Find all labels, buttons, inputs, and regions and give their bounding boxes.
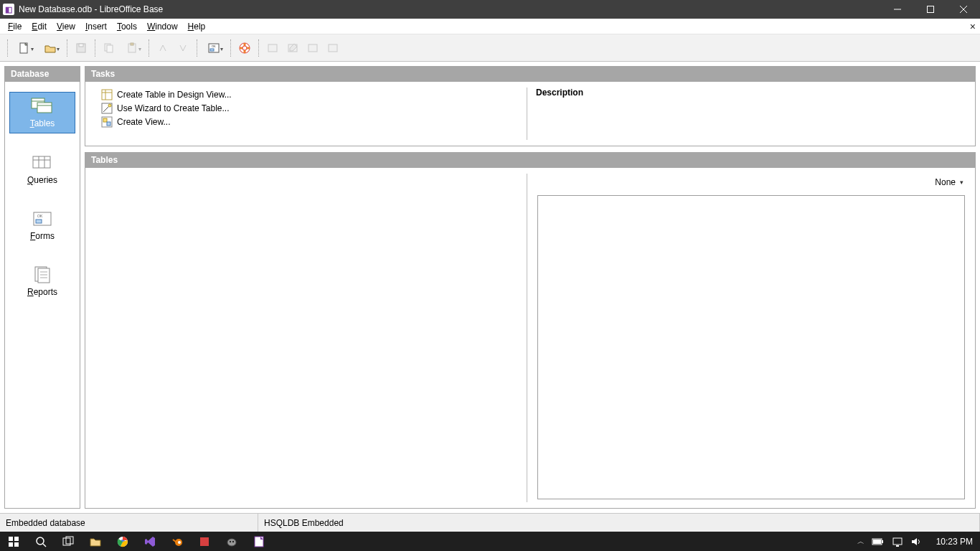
table-rename-button[interactable] [324,39,342,57]
svg-rect-57 [255,537,263,547]
svg-text:OK: OK [37,214,43,218]
menu-insert[interactable]: Insert [80,20,112,33]
menubar: File Edit View Insert Tools Window Help … [0,19,980,34]
tables-preview-area: None [527,168,975,508]
svg-text:OK: OK [212,44,216,48]
menu-window[interactable]: Window [142,20,183,33]
svg-point-56 [232,540,234,542]
svg-rect-15 [308,44,317,52]
app-icon-1[interactable] [191,532,218,551]
database-item-label: Tables [30,118,55,128]
titlebar: ◧ New Database.odb - LibreOffice Base [0,0,980,19]
database-item-reports[interactable]: Reports [9,261,75,301]
svg-rect-5 [107,45,113,52]
svg-point-45 [37,537,44,545]
task-label: Use Wizard to Create Table... [117,103,230,113]
sort-desc-button[interactable] [174,39,192,57]
menu-tools[interactable]: Tools [112,20,142,33]
menu-help[interactable]: Help [183,20,211,33]
copy-button[interactable] [100,39,118,57]
menu-view[interactable]: View [52,20,80,33]
svg-line-46 [43,544,46,547]
svg-rect-43 [9,542,13,547]
tray-chevron-icon[interactable]: ︿ [857,537,864,547]
tasks-panel: Tasks Create Table in Design View... Use… [85,66,976,146]
search-icon[interactable] [27,532,55,551]
preview-mode-dropdown[interactable]: None [933,176,965,188]
menu-edit[interactable]: Edit [27,20,52,33]
svg-rect-3 [79,44,83,47]
file-explorer-icon[interactable] [82,532,109,551]
task-label: Create View... [117,117,170,127]
table-delete-button[interactable] [303,39,322,57]
tasks-list: Create Table in Design View... Use Wizar… [85,82,527,146]
svg-rect-29 [38,268,50,283]
volume-icon[interactable] [910,537,922,547]
right-column: Tasks Create Table in Design View... Use… [85,66,976,509]
task-label: Create Table in Design View... [117,90,232,100]
svg-point-55 [230,540,231,542]
svg-rect-21 [33,156,50,168]
task-use-wizard[interactable]: Use Wizard to Create Table... [101,103,519,114]
svg-rect-60 [873,540,881,544]
taskbar-clock[interactable]: 10:23 PM [929,537,980,547]
svg-rect-0 [928,6,934,13]
open-button[interactable] [38,39,62,57]
table-edit-button[interactable] [283,39,302,57]
svg-point-12 [242,46,247,50]
svg-point-37 [108,104,111,107]
chrome-icon[interactable] [109,532,136,551]
help-button[interactable] [235,39,254,57]
database-panel: Database Tables Queries OK Forms [4,66,80,509]
tables-panel-header: Tables [85,152,976,168]
task-create-view[interactable]: Create View... [101,116,519,128]
task-create-table-design[interactable]: Create Table in Design View... [101,89,519,100]
form-button[interactable]: OK [202,39,226,57]
svg-rect-18 [37,103,52,113]
forms-icon: OK [30,209,55,228]
menu-file[interactable]: File [3,20,27,33]
database-item-forms[interactable]: OK Forms [9,205,75,245]
system-tray[interactable]: ︿ [850,537,929,547]
network-icon[interactable] [892,537,903,547]
table-new-button[interactable] [263,39,282,57]
paste-button[interactable] [120,39,144,57]
new-button[interactable] [12,39,37,57]
svg-rect-13 [268,44,277,52]
tables-list-area[interactable] [85,168,527,508]
database-item-label: Queries [27,175,57,185]
svg-rect-7 [131,43,133,45]
svg-rect-53 [200,537,209,546]
tables-icon [30,97,55,116]
app-icon: ◧ [3,4,14,15]
database-item-queries[interactable]: Queries [9,149,75,189]
description-header: Description [536,88,966,98]
task-view-icon[interactable] [55,532,82,551]
window-title: New Database.odb - LibreOffice Base [19,4,163,14]
visual-studio-icon[interactable] [136,532,164,551]
database-item-label: Forms [30,231,55,241]
maximize-button[interactable] [914,0,947,19]
svg-rect-41 [9,537,13,541]
close-button[interactable] [947,0,980,19]
svg-rect-33 [102,90,112,100]
minimize-button[interactable] [881,0,914,19]
blender-icon[interactable] [164,532,191,551]
libreoffice-base-taskbar-icon[interactable] [245,532,273,551]
svg-rect-61 [893,538,902,545]
tasks-description: Description [527,82,975,146]
save-button[interactable] [72,39,90,57]
document-close-icon[interactable]: × [970,21,976,32]
svg-rect-42 [14,537,19,541]
svg-rect-44 [14,542,19,547]
battery-icon[interactable] [872,537,885,546]
reports-icon [30,265,55,284]
design-view-icon [101,89,113,100]
database-item-tables[interactable]: Tables [9,92,75,133]
database-item-label: Reports [27,287,57,297]
svg-rect-16 [329,44,337,52]
app-icon-2[interactable] [218,532,245,551]
start-button[interactable] [0,532,27,551]
sort-asc-button[interactable] [154,39,172,57]
wizard-icon [101,103,113,114]
